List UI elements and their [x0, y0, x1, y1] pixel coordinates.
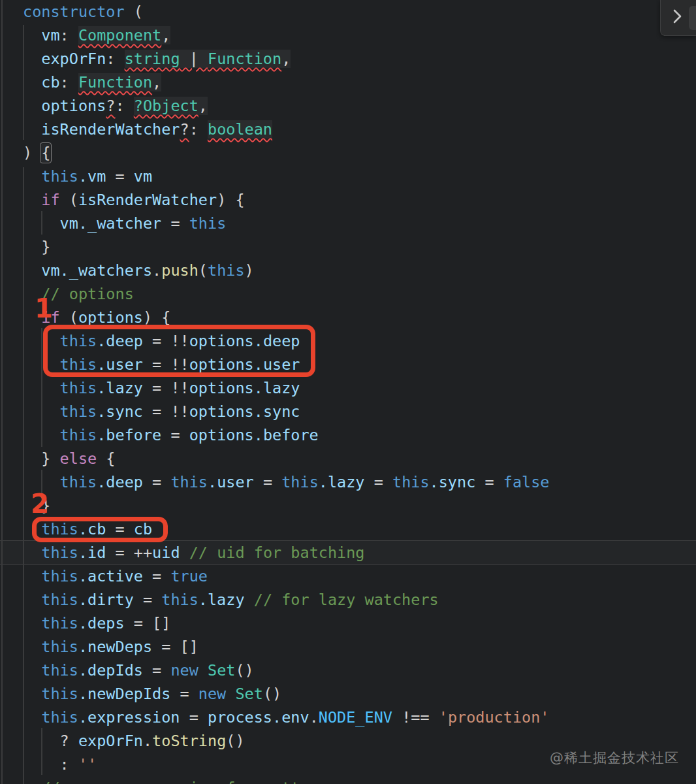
code-token: this [60, 473, 97, 491]
code-token: .before [97, 426, 161, 444]
code-token: = [143, 473, 170, 491]
code-line: // options [23, 282, 696, 306]
code-token [392, 708, 402, 727]
code-token: ) [245, 261, 254, 280]
code-token [23, 73, 41, 91]
code-token: this [41, 661, 78, 679]
code-token [23, 591, 41, 609]
code-token: } [23, 238, 50, 256]
code-line: ) { [23, 141, 696, 165]
code-token: [] [152, 614, 170, 632]
code-token: .newDeps [78, 638, 152, 656]
code-token: . [143, 732, 152, 750]
code-line: this.depIds = new Set() [23, 659, 696, 682]
code-token: options [189, 402, 254, 421]
code-line: cb: Function, [23, 71, 696, 94]
code-line: this.lazy = !!options.lazy [23, 376, 696, 400]
code-token: } [23, 449, 60, 468]
code-token: .sync [97, 402, 143, 421]
code-token: = [143, 402, 170, 421]
code-token: = [143, 661, 170, 679]
code-token: this [41, 614, 78, 632]
code-token: isRenderWatcher [41, 120, 180, 139]
code-token: this [41, 167, 78, 186]
code-token: .id [78, 544, 106, 562]
code-line: } [23, 235, 696, 259]
code-token: process [208, 708, 272, 727]
code-line: this.vm = vm [23, 165, 696, 188]
code-token: : [60, 73, 78, 91]
code-token: 'production' [439, 708, 550, 727]
code-token [23, 50, 41, 68]
code-token: .vm [78, 167, 106, 186]
code-token: { [97, 449, 115, 468]
code-token: // options [41, 285, 133, 303]
code-line: this.deps = [] [23, 612, 696, 635]
code-token: = [475, 473, 503, 491]
code-token [23, 755, 60, 774]
code-token: : [189, 120, 208, 139]
code-token [23, 544, 41, 562]
code-token: vm [134, 167, 152, 186]
code-line: this.sync = !!options.sync [23, 400, 696, 423]
panel-side-button[interactable] [689, 6, 696, 30]
code-token [23, 638, 41, 656]
annotation-box-2 [32, 517, 168, 542]
code-token: = [106, 544, 133, 562]
expand-panel-button[interactable] [666, 5, 688, 29]
code-token: ? [60, 732, 78, 750]
annotation-number-2: 2 [31, 491, 49, 517]
code-token: .lazy [198, 591, 245, 609]
code-token: { [41, 144, 50, 162]
code-token [245, 591, 254, 609]
code-token: | [180, 50, 208, 68]
code-token: ? [180, 120, 189, 139]
code-token: Function [208, 50, 281, 68]
code-token: = [161, 214, 189, 233]
code-token: this [60, 402, 97, 421]
code-token: . [309, 708, 319, 727]
code-line: } else { [23, 447, 696, 470]
code-token [23, 426, 60, 444]
code-line: vm: Component, [23, 24, 696, 47]
code-token: , [281, 50, 291, 68]
code-token: .sync [254, 402, 300, 421]
code-token [226, 685, 235, 703]
code-token: string [125, 50, 180, 68]
code-token: // for lazy watchers [254, 591, 439, 609]
code-token: .expression [78, 708, 180, 727]
code-token: options [78, 308, 143, 327]
code-area: constructor ( vm: Component, expOrFn: st… [0, 0, 696, 784]
code-token: this [41, 638, 78, 656]
code-token: cb [41, 73, 59, 91]
code-line: this.active = true [23, 564, 696, 588]
code-line: this.newDeps = [] [23, 635, 696, 659]
code-token: ?Object [134, 97, 198, 115]
code-line: // parse expression for getter [23, 776, 696, 784]
code-token: : [106, 50, 124, 68]
code-line: this.newDepIds = new Set() [23, 682, 696, 706]
annotation-number-1: 1 [35, 295, 53, 321]
code-token: this [41, 567, 78, 585]
code-token: .active [78, 567, 143, 585]
code-token: // parse expression for getter [41, 779, 318, 784]
code-token: ) [23, 144, 41, 162]
watermark: @稀土掘金技术社区 [550, 749, 679, 767]
code-token: = [161, 426, 189, 444]
code-editor: constructor ( vm: Component, expOrFn: st… [0, 0, 696, 784]
code-token: () [263, 685, 281, 703]
code-token [23, 214, 60, 233]
code-token: this [41, 708, 78, 727]
code-token: options [189, 426, 254, 444]
code-token [23, 379, 60, 397]
code-token: expOrFn [78, 732, 143, 750]
code-token [23, 191, 41, 209]
code-token: ( [60, 191, 78, 209]
code-token: .env [272, 708, 309, 727]
code-token: expOrFn [41, 50, 106, 68]
code-token: () [226, 732, 244, 750]
code-token: this [392, 473, 430, 491]
code-token: .sync [430, 473, 476, 491]
code-token [23, 167, 41, 186]
code-token: this [281, 473, 319, 491]
